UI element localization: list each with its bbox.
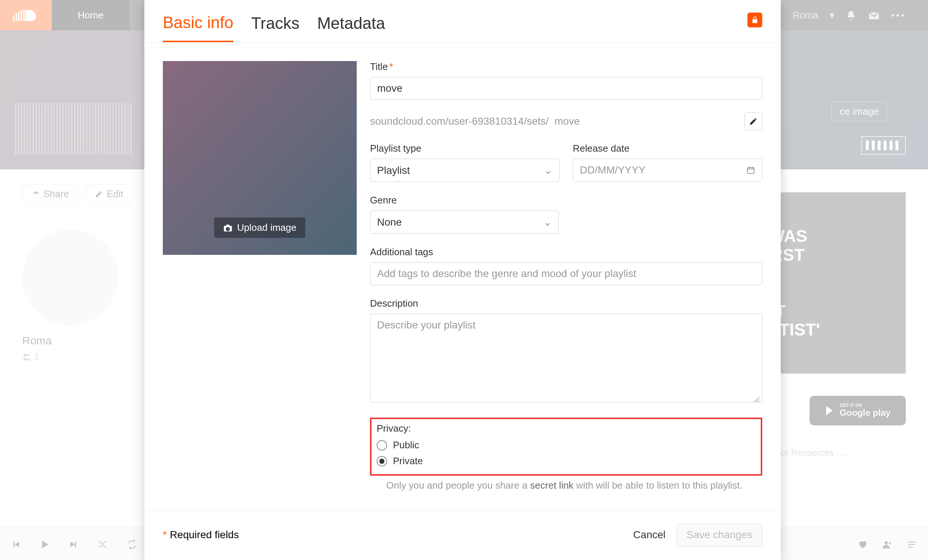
- profile-sidebar: Roma 1: [22, 229, 118, 362]
- lock-icon: [751, 16, 759, 24]
- svg-rect-10: [890, 140, 893, 150]
- svg-point-14: [885, 541, 888, 545]
- pencil-icon: [95, 190, 103, 198]
- genre-value: None: [377, 217, 402, 228]
- tab-basic-info[interactable]: Basic info: [163, 11, 234, 42]
- description-textarea[interactable]: [370, 314, 762, 403]
- heart-icon[interactable]: [858, 538, 867, 549]
- prev-icon[interactable]: [11, 538, 21, 549]
- privacy-private-label: Private: [393, 455, 423, 467]
- description-label: Description: [370, 298, 762, 309]
- required-fields-note: *Required fields: [163, 529, 239, 541]
- tab-tracks[interactable]: Tracks: [251, 12, 299, 41]
- share-icon: [32, 190, 40, 198]
- svg-rect-9: [884, 140, 887, 150]
- people-icon: [22, 353, 31, 360]
- svg-rect-1: [15, 13, 17, 21]
- more-icon[interactable]: •••: [891, 10, 906, 21]
- svg-rect-3: [21, 10, 22, 21]
- svg-rect-15: [748, 168, 754, 174]
- playlist-type-label: Playlist type: [370, 143, 559, 154]
- additional-tags-label: Additional tags: [370, 246, 762, 258]
- privacy-lock-badge[interactable]: [748, 12, 762, 27]
- privacy-private-description: Only you and people you share a secret l…: [370, 479, 762, 492]
- shuffle-icon[interactable]: [97, 538, 108, 549]
- svg-rect-11: [896, 140, 898, 150]
- topbar-username[interactable]: Roma: [792, 10, 818, 21]
- next-icon[interactable]: [69, 538, 78, 549]
- genre-label: Genre: [370, 195, 762, 206]
- modal-footer: *Required fields Cancel Save changes: [144, 510, 781, 560]
- permalink-prefix: soundcloud.com/user-693810314/sets/: [370, 115, 549, 127]
- save-changes-button[interactable]: Save changes: [677, 523, 762, 546]
- svg-point-12: [24, 354, 27, 357]
- edit-button[interactable]: Edit: [85, 184, 133, 204]
- repeat-icon[interactable]: [127, 538, 137, 549]
- svg-rect-7: [872, 140, 875, 150]
- nav-home[interactable]: Home: [52, 0, 130, 31]
- privacy-public-label: Public: [393, 439, 419, 451]
- google-play-badge[interactable]: GET IT ON Google play: [810, 396, 906, 425]
- followers-count[interactable]: 1: [22, 351, 118, 362]
- svg-rect-2: [18, 11, 20, 21]
- permalink-slug: move: [555, 115, 580, 127]
- chevron-down-icon: ⌄: [543, 216, 552, 228]
- soundcloud-icon: [13, 8, 39, 23]
- camera-icon: [223, 224, 233, 232]
- privacy-public-option[interactable]: Public: [377, 437, 756, 453]
- upload-image-label: Upload image: [237, 222, 296, 233]
- soundcloud-logo[interactable]: [0, 0, 52, 31]
- profile-name: Roma: [22, 334, 118, 347]
- avatar[interactable]: [22, 229, 118, 325]
- title-label: Title: [370, 61, 388, 72]
- svg-rect-6: [866, 140, 869, 150]
- svg-rect-0: [13, 16, 14, 21]
- release-date-input[interactable]: DD/MM/YYYY: [573, 159, 762, 182]
- upload-image-button[interactable]: Upload image: [214, 218, 305, 238]
- parental-advisory-icon: [861, 136, 906, 155]
- genre-select[interactable]: None ⌄: [370, 211, 559, 234]
- tab-metadata[interactable]: Metadata: [317, 12, 385, 41]
- svg-rect-8: [878, 140, 881, 150]
- bell-icon[interactable]: [846, 9, 856, 21]
- play-icon[interactable]: [39, 538, 50, 549]
- title-input[interactable]: [370, 77, 762, 100]
- play-store-icon: [825, 405, 836, 416]
- playlist-type-value: Playlist: [377, 165, 410, 176]
- playlist-type-select[interactable]: Playlist ⌄: [370, 159, 559, 182]
- radio-icon: [377, 440, 387, 450]
- modal-tabs: Basic info Tracks Metadata: [144, 0, 781, 43]
- privacy-section-highlight: Privacy: Public Private: [370, 418, 762, 476]
- privacy-label: Privacy:: [377, 423, 756, 434]
- waveform-icon: [15, 103, 133, 155]
- resize-handle-icon[interactable]: [753, 396, 760, 403]
- share-button[interactable]: Share: [22, 184, 78, 204]
- release-date-placeholder: DD/MM/YYYY: [580, 164, 645, 176]
- replace-image-button[interactable]: ce image: [832, 102, 888, 121]
- secret-link-link[interactable]: secret link: [530, 480, 574, 491]
- chevron-down-icon[interactable]: ▾: [830, 10, 834, 21]
- radio-checked-icon: [377, 456, 387, 467]
- svg-point-13: [27, 354, 29, 356]
- queue-icon[interactable]: [907, 538, 917, 549]
- chevron-down-icon: ⌄: [544, 164, 553, 176]
- mail-icon[interactable]: [868, 10, 880, 21]
- privacy-private-option[interactable]: Private: [377, 453, 756, 469]
- release-date-label: Release date: [573, 143, 762, 154]
- playlist-artwork: Upload image: [163, 61, 357, 255]
- user-add-icon[interactable]: [882, 538, 892, 549]
- additional-tags-input[interactable]: [370, 262, 762, 285]
- svg-rect-4: [23, 9, 25, 21]
- edit-permalink-button[interactable]: [745, 113, 762, 130]
- cancel-button[interactable]: Cancel: [633, 529, 665, 541]
- pencil-icon: [749, 117, 758, 126]
- required-star: *: [389, 61, 393, 72]
- calendar-icon: [746, 166, 755, 175]
- edit-playlist-modal: Basic info Tracks Metadata Upload image …: [144, 0, 781, 560]
